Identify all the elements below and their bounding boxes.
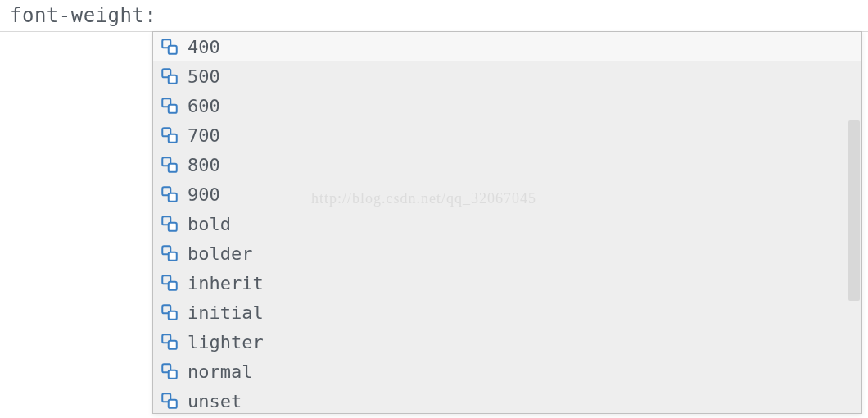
autocomplete-item-label: lighter (188, 332, 264, 352)
svg-rect-21 (169, 341, 177, 349)
css-value-icon (161, 363, 178, 379)
scrollbar-thumb[interactable] (848, 120, 860, 301)
autocomplete-dropdown: 400 500 600 (152, 31, 862, 414)
autocomplete-item-label: 500 (188, 66, 220, 87)
autocomplete-item[interactable]: 700 (153, 120, 861, 150)
svg-rect-7 (169, 134, 177, 143)
autocomplete-item-label: 800 (188, 155, 220, 175)
autocomplete-item-label: bold (188, 214, 231, 234)
css-value-icon (161, 39, 178, 55)
css-value-icon (161, 98, 178, 114)
autocomplete-item[interactable]: 400 (153, 32, 861, 61)
editor-line[interactable]: font-weight: (0, 0, 868, 32)
svg-rect-19 (169, 311, 177, 320)
autocomplete-item-label: normal (188, 361, 252, 382)
css-value-icon (161, 157, 178, 173)
svg-rect-5 (169, 105, 177, 113)
autocomplete-item[interactable]: 800 (153, 150, 861, 179)
autocomplete-item-label: 400 (188, 37, 220, 57)
autocomplete-item-label: 600 (188, 96, 220, 116)
css-value-icon (161, 127, 178, 143)
autocomplete-item[interactable]: unset (153, 386, 861, 413)
svg-rect-23 (169, 370, 177, 379)
css-value-icon (161, 334, 178, 350)
autocomplete-item-label: inherit (188, 273, 264, 293)
svg-rect-25 (169, 400, 177, 408)
svg-rect-1 (169, 46, 177, 54)
css-value-icon (161, 304, 178, 320)
svg-rect-9 (169, 164, 177, 172)
svg-rect-11 (169, 193, 177, 202)
autocomplete-item[interactable]: normal (153, 357, 861, 386)
autocomplete-item[interactable]: 900 (153, 179, 861, 209)
autocomplete-item-label: 700 (188, 125, 220, 146)
autocomplete-item[interactable]: 600 (153, 91, 861, 120)
autocomplete-item-label: bolder (188, 243, 252, 264)
autocomplete-item-label: initial (188, 302, 264, 323)
css-value-icon (161, 216, 178, 232)
css-value-icon (161, 186, 178, 202)
svg-rect-15 (169, 252, 177, 261)
css-value-icon (161, 393, 178, 409)
autocomplete-item[interactable]: lighter (153, 327, 861, 357)
autocomplete-list: 400 500 600 (153, 32, 861, 413)
css-value-icon (161, 68, 178, 84)
autocomplete-item[interactable]: bolder (153, 239, 861, 268)
svg-rect-3 (169, 75, 177, 84)
svg-rect-17 (169, 282, 177, 290)
autocomplete-item[interactable]: 500 (153, 61, 861, 91)
autocomplete-item[interactable]: initial (153, 298, 861, 327)
autocomplete-item-label: 900 (188, 184, 220, 205)
svg-rect-13 (169, 223, 177, 231)
autocomplete-item[interactable]: inherit (153, 268, 861, 298)
autocomplete-item-label: unset (188, 391, 242, 411)
autocomplete-item[interactable]: bold (153, 209, 861, 239)
css-value-icon (161, 245, 178, 261)
css-value-icon (161, 275, 178, 291)
